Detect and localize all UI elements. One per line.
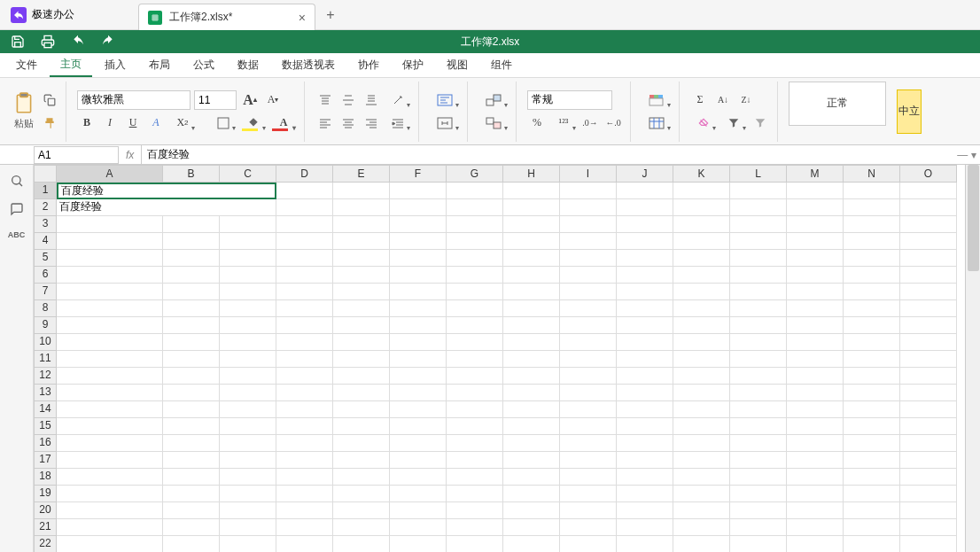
cell[interactable] [163,317,220,334]
new-tab-button[interactable]: + [315,0,346,29]
cell[interactable] [787,435,844,452]
cell[interactable] [560,401,617,418]
cell[interactable] [333,486,390,502]
cell[interactable] [390,452,447,469]
cell[interactable] [163,300,220,317]
cell[interactable] [276,368,333,385]
cell[interactable] [503,183,560,199]
cell[interactable] [844,385,900,401]
cell[interactable] [333,418,390,435]
cell[interactable] [787,199,844,216]
cell[interactable] [276,183,333,199]
cell[interactable] [617,300,673,317]
filter-icon[interactable] [720,113,747,133]
cell[interactable] [730,469,787,486]
cell[interactable] [503,502,560,519]
row-header[interactable]: 21 [34,519,57,536]
cell[interactable] [57,385,163,401]
merge-cells-icon[interactable] [430,113,460,133]
number-format-select[interactable] [527,90,612,110]
bold-button[interactable]: B [77,113,97,133]
cell[interactable]: 百度经验 [57,183,276,199]
cell[interactable] [163,267,220,284]
orientation-icon[interactable] [385,90,411,110]
cell[interactable] [447,536,503,552]
align-middle-icon[interactable] [338,90,358,110]
cell[interactable] [560,502,617,519]
cell[interactable] [844,199,900,216]
cell[interactable] [900,267,957,284]
redo-icon[interactable] [101,35,115,49]
cell[interactable] [220,284,276,300]
cell[interactable] [617,267,673,284]
cell[interactable] [844,351,900,368]
cell[interactable] [390,334,447,351]
cell[interactable] [844,519,900,536]
decrease-decimal-icon[interactable]: ←.0 [603,113,623,133]
cell[interactable] [390,519,447,536]
cell[interactable] [220,334,276,351]
cell[interactable] [390,199,447,216]
cell[interactable] [844,418,900,435]
font-color-button[interactable]: A [270,113,297,133]
sum-icon[interactable]: Σ [690,90,710,110]
row-header[interactable]: 8 [34,300,57,317]
table-format-icon[interactable] [642,113,672,133]
ribbon-tab-4[interactable]: 公式 [183,54,225,76]
cell[interactable] [730,452,787,469]
cell[interactable] [447,267,503,284]
cell[interactable] [673,502,730,519]
cell[interactable] [163,486,220,502]
cell[interactable] [900,435,957,452]
tab-workbook[interactable]: 工作簿2.xlsx* × [138,4,315,30]
cell[interactable] [730,502,787,519]
cell[interactable] [220,250,276,267]
comment-icon[interactable] [10,202,24,216]
cell[interactable] [333,469,390,486]
cell[interactable] [276,452,333,469]
cell[interactable] [730,385,787,401]
col-header[interactable]: C [220,165,276,183]
cell[interactable] [673,452,730,469]
fx-icon[interactable]: fx [119,145,142,164]
row-header[interactable]: 20 [34,502,57,519]
cell[interactable] [57,300,163,317]
cell[interactable] [844,401,900,418]
cell[interactable] [220,401,276,418]
cell[interactable] [390,401,447,418]
cell[interactable] [560,317,617,334]
cell[interactable] [617,183,673,199]
align-center-icon[interactable] [338,113,358,133]
cell[interactable] [503,469,560,486]
cell[interactable]: 百度经验 [57,199,276,216]
cell[interactable] [390,317,447,334]
cell[interactable] [787,502,844,519]
col-header[interactable]: B [163,165,220,183]
formula-bar-expand-icon[interactable]: — ▾ [953,149,980,161]
cell[interactable] [617,334,673,351]
cell[interactable] [730,368,787,385]
row-header[interactable]: 18 [34,469,57,486]
cell[interactable] [730,317,787,334]
cell[interactable] [900,300,957,317]
cell[interactable] [844,486,900,502]
scrollbar-thumb[interactable] [968,165,979,271]
cell[interactable] [673,401,730,418]
col-header[interactable]: D [276,165,333,183]
cell[interactable] [900,486,957,502]
row-header[interactable]: 2 [34,199,57,216]
cell[interactable] [787,250,844,267]
name-box[interactable] [34,146,119,164]
cell[interactable] [333,536,390,552]
cell[interactable] [447,401,503,418]
cell[interactable] [560,250,617,267]
cell[interactable] [560,519,617,536]
cell[interactable] [276,334,333,351]
cell[interactable] [276,519,333,536]
cell[interactable] [390,385,447,401]
cell[interactable] [503,317,560,334]
formula-input[interactable] [142,146,953,164]
cell[interactable] [673,284,730,300]
cell[interactable] [220,502,276,519]
cell[interactable] [220,216,276,233]
